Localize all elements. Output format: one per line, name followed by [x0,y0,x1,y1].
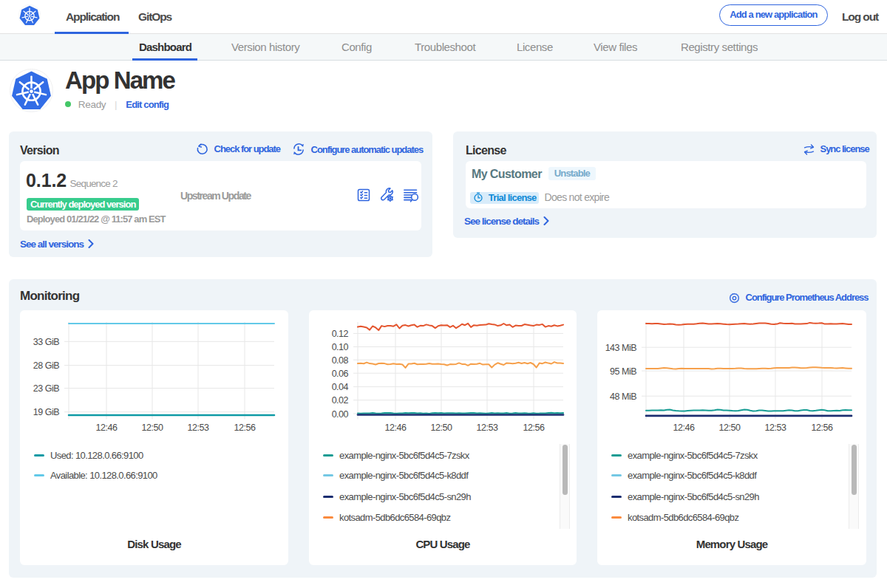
svg-text:12:53: 12:53 [477,423,498,433]
svg-text:12:56: 12:56 [523,423,545,433]
svg-text:0.12: 0.12 [332,329,349,339]
svg-text:95 MiB: 95 MiB [610,366,636,377]
svg-text:143 MiB: 143 MiB [605,343,637,353]
svg-text:12:53: 12:53 [765,423,786,433]
svg-text:12:50: 12:50 [431,423,452,433]
svg-text:28 GiB: 28 GiB [33,360,59,371]
svg-text:0.00: 0.00 [332,409,349,420]
svg-text:0.06: 0.06 [332,369,349,379]
svg-text:33 GiB: 33 GiB [33,337,59,347]
svg-text:23 GiB: 23 GiB [33,383,59,394]
svg-text:0.04: 0.04 [332,382,349,392]
svg-text:12:46: 12:46 [673,423,695,433]
svg-text:19 GiB: 19 GiB [33,407,59,417]
svg-text:0.02: 0.02 [332,395,349,406]
svg-text:12:56: 12:56 [234,423,256,433]
svg-text:12:46: 12:46 [96,423,118,433]
svg-text:12:53: 12:53 [188,423,209,433]
svg-text:12:50: 12:50 [719,423,741,433]
svg-text:12:56: 12:56 [812,423,833,433]
svg-text:12:46: 12:46 [385,423,407,433]
svg-text:0.08: 0.08 [332,355,349,366]
svg-text:48 MiB: 48 MiB [610,392,636,402]
svg-text:0.10: 0.10 [332,342,349,352]
svg-text:12:50: 12:50 [142,423,163,433]
